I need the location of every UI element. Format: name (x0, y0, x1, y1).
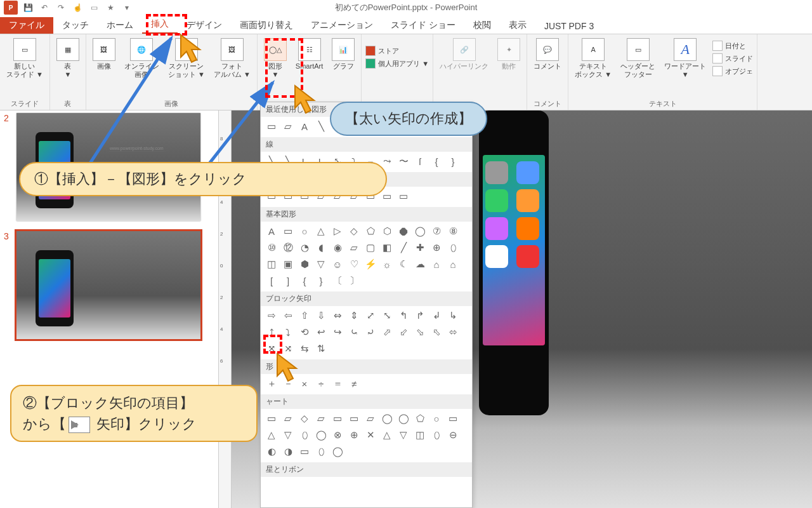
shape-item[interactable]: ◐ (263, 443, 280, 460)
shape-item[interactable]: ⌂ (445, 256, 461, 272)
shape-item[interactable]: ▷ (329, 223, 346, 239)
shape-item[interactable]: ⤡ (379, 307, 395, 324)
shape-item[interactable]: ◧ (379, 239, 395, 256)
shape-item[interactable]: ▽ (395, 427, 412, 443)
shape-item[interactable]: ⬢ (296, 256, 313, 272)
smartart-button[interactable]: ☷ SmartArt (293, 37, 325, 72)
tab-justpdf[interactable]: JUST PDF 3 (535, 18, 603, 34)
shape-item[interactable]: ◯ (379, 410, 395, 427)
shape-item[interactable]: △ (263, 427, 280, 443)
shape-item[interactable]: ⬠ (362, 223, 379, 239)
shape-item[interactable]: ○ (428, 410, 445, 427)
shape-item[interactable]: ▭ (329, 410, 346, 427)
shape-item[interactable]: ⊖ (445, 427, 461, 443)
tab-view[interactable]: 表示 (500, 17, 535, 34)
shape-item[interactable]: ╱ (395, 239, 412, 256)
shape-item[interactable]: ⑦ (428, 223, 445, 239)
shape-item[interactable]: ⇩ (313, 307, 329, 324)
shape-item[interactable]: ⬯ (445, 239, 461, 256)
shape-item[interactable]: ▱ (362, 410, 379, 427)
shape-item[interactable]: ▱ (313, 410, 329, 427)
hyperlink-button[interactable]: 🔗 ハイパーリンク (437, 37, 491, 72)
tab-slideshow[interactable]: スライド ショー (382, 17, 464, 34)
shape-item[interactable]: ▭ (280, 223, 296, 239)
shape-item[interactable]: A (263, 223, 280, 239)
shape-item[interactable]: ↰ (395, 307, 412, 324)
shape-item[interactable]: } (313, 272, 329, 289)
shape-item[interactable]: ╲ (313, 118, 329, 135)
shape-item[interactable]: ○ (296, 223, 313, 239)
shape-item[interactable]: ☼ (379, 256, 395, 272)
shape-item[interactable]: ◑ (280, 443, 296, 460)
shape-item[interactable]: ▽ (280, 427, 296, 443)
my-apps-button[interactable]: 個人用アプリ ▼ (365, 58, 429, 69)
shape-item[interactable]: ⑧ (445, 223, 461, 239)
shape-item[interactable]: { (296, 272, 313, 289)
shape-item[interactable]: 〔 (329, 272, 346, 289)
shape-item[interactable]: ◯ (313, 427, 329, 443)
shape-item[interactable]: ÷ (313, 375, 329, 392)
shape-item[interactable]: ⤾ (362, 324, 379, 340)
shape-item[interactable]: ＝ (329, 375, 346, 392)
shape-item[interactable]: ⯃ (395, 223, 412, 239)
shape-item[interactable]: ▱ (346, 239, 362, 256)
shape-item[interactable]: ◉ (329, 239, 346, 256)
action-button[interactable]: ✦ 動作 (495, 37, 523, 72)
shape-item[interactable]: ▭ (395, 188, 412, 204)
shape-item[interactable]: ◯ (412, 223, 428, 239)
shape-item[interactable]: ☾ (395, 256, 412, 272)
shape-item[interactable]: ⬡ (379, 223, 395, 239)
textbox-button[interactable]: A テキスト ボックス ▼ (572, 37, 614, 80)
shape-item[interactable]: ↲ (428, 307, 445, 324)
shape-item[interactable]: ◫ (412, 427, 428, 443)
shape-item[interactable]: ◯ (329, 443, 346, 460)
shape-item[interactable]: ⬂ (412, 324, 428, 340)
shape-item[interactable]: 〜 (395, 153, 412, 170)
shape-item[interactable]: ✕ (362, 427, 379, 443)
comment-button[interactable]: 💬 コメント (531, 37, 564, 72)
shape-item[interactable]: ◫ (263, 256, 280, 272)
shape-item[interactable]: ↳ (445, 307, 461, 324)
tab-insert[interactable]: 挿入 (142, 16, 178, 34)
shape-item[interactable]: ⊗ (329, 427, 346, 443)
slide-thumbnail-3[interactable] (16, 231, 200, 339)
shape-item[interactable]: ▽ (313, 256, 329, 272)
shape-item[interactable]: ⇧ (296, 307, 313, 324)
new-slide-button[interactable]: ▭ 新しい スライド ▼ (4, 37, 46, 80)
shape-item[interactable]: ↱ (412, 307, 428, 324)
shape-item[interactable]: ▭ (445, 410, 461, 427)
shape-item[interactable]: ⤢ (362, 307, 379, 324)
shape-item[interactable]: △ (313, 223, 329, 239)
shape-item[interactable]: ☁ (412, 256, 428, 272)
shape-item[interactable]: 〕 (346, 272, 362, 289)
shape-item[interactable]: ↩ (313, 324, 329, 340)
shape-item[interactable]: ✚ (412, 239, 428, 256)
shape-item[interactable]: ⬠ (412, 410, 428, 427)
tab-animation[interactable]: アニメーション (302, 17, 382, 34)
tab-review[interactable]: 校閲 (464, 17, 500, 34)
shape-item[interactable]: ⇨ (263, 307, 280, 324)
shape-item[interactable]: ⬀ (379, 324, 395, 340)
slide-number-button[interactable]: スライド (712, 53, 753, 64)
shape-item[interactable]: ⑩ (263, 239, 280, 256)
shape-item[interactable]: ⬯ (428, 427, 445, 443)
shape-item[interactable]: ⤵ (280, 324, 296, 340)
shape-item[interactable]: ⬯ (313, 443, 329, 460)
shape-item[interactable]: ⟲ (296, 324, 313, 340)
shape-item[interactable]: ▭ (263, 410, 280, 427)
tab-file[interactable]: ファイル (0, 17, 53, 34)
chart-button[interactable]: 📊 グラフ (329, 37, 357, 72)
photo-album-button[interactable]: 🖼 フォト アルバム ▼ (211, 37, 253, 80)
save-icon[interactable]: 💾 (22, 1, 34, 14)
shape-item[interactable]: ⤿ (346, 324, 362, 340)
shape-item[interactable]: △ (379, 427, 395, 443)
shape-item[interactable]: ſ (412, 153, 428, 170)
undo-icon[interactable]: ↶ (38, 1, 51, 14)
qat-dropdown-icon[interactable]: ▾ (121, 1, 133, 14)
shape-item[interactable]: ◇ (296, 410, 313, 427)
shape-item[interactable]: ↪ (329, 324, 346, 340)
shape-item[interactable]: ♡ (346, 256, 362, 272)
shape-item[interactable]: ▢ (362, 239, 379, 256)
shape-item[interactable]: ▭ (296, 443, 313, 460)
object-button[interactable]: オブジェ (712, 66, 753, 76)
